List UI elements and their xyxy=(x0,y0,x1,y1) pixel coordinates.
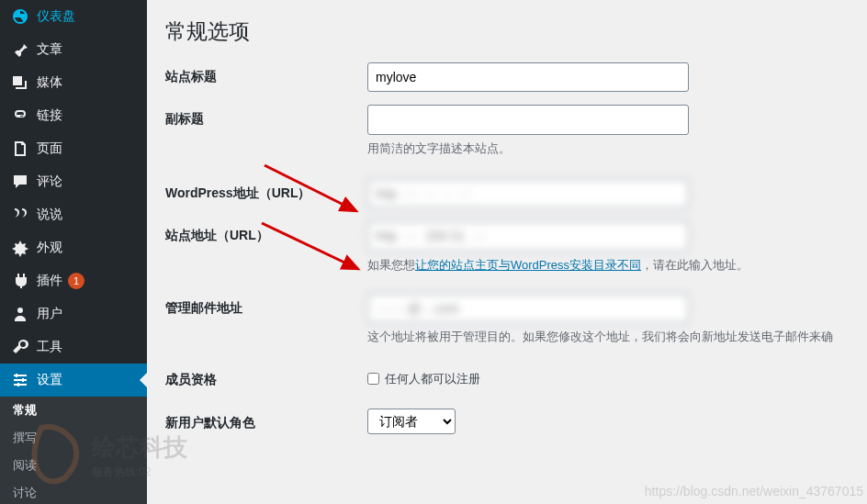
comment-icon xyxy=(11,173,29,191)
sidebar-item-pages[interactable]: 页面 xyxy=(0,132,147,165)
row-wp-url: WordPress地址（URL） xyxy=(165,179,849,208)
sidebar-item-plugins[interactable]: 插件 1 xyxy=(0,264,147,297)
label-tagline: 副标题 xyxy=(165,105,367,128)
settings-submenu: 常规 撰写 阅读 讨论 xyxy=(0,397,147,504)
sidebar-item-label: 仪表盘 xyxy=(37,8,75,25)
label-site-title: 站点标题 xyxy=(165,62,367,85)
sidebar-item-label: 评论 xyxy=(37,174,62,190)
input-admin-email[interactable] xyxy=(367,294,689,323)
label-default-role: 新用户默认角色 xyxy=(165,409,367,431)
label-wp-url: WordPress地址（URL） xyxy=(165,179,367,202)
settings-icon xyxy=(11,371,29,389)
sidebar-item-tools[interactable]: 工具 xyxy=(0,330,147,364)
submenu-reading[interactable]: 阅读 xyxy=(0,452,147,479)
select-default-role[interactable]: 订阅者 xyxy=(367,409,456,434)
sidebar-item-media[interactable]: 媒体 xyxy=(0,66,147,99)
svg-rect-5 xyxy=(16,374,17,377)
svg-point-0 xyxy=(16,79,18,82)
sidebar-item-shuoshuo[interactable]: 说说 xyxy=(0,198,147,231)
row-site-url: 站点地址（URL） 如果您想让您的站点主页与WordPress安装目录不同，请在… xyxy=(165,221,849,273)
sidebar-item-label: 页面 xyxy=(37,140,62,157)
sidebar-item-dashboard[interactable]: 仪表盘 xyxy=(0,0,147,33)
admin-sidebar: 仪表盘 文章 媒体 链接 页面 评论 说说 外观 插件 1 用户 工具 xyxy=(0,0,147,504)
sidebar-item-label: 外观 xyxy=(37,240,62,256)
sidebar-item-comments[interactable]: 评论 xyxy=(0,165,147,198)
quote-icon xyxy=(11,206,29,224)
link-site-url-help[interactable]: 让您的站点主页与WordPress安装目录不同 xyxy=(415,258,641,272)
row-default-role: 新用户默认角色 订阅者 xyxy=(165,409,849,434)
sidebar-item-users[interactable]: 用户 xyxy=(0,297,147,330)
plugin-icon xyxy=(11,272,29,290)
page-icon xyxy=(11,140,29,158)
media-icon xyxy=(11,73,29,92)
submenu-writing[interactable]: 撰写 xyxy=(0,424,147,452)
sidebar-item-settings[interactable]: 设置 xyxy=(0,364,147,397)
row-membership: 成员资格 任何人都可以注册 xyxy=(165,365,849,388)
sidebar-item-label: 用户 xyxy=(37,306,62,322)
sidebar-item-posts[interactable]: 文章 xyxy=(0,33,147,66)
submenu-discussion[interactable]: 讨论 xyxy=(0,479,147,504)
sidebar-item-label: 链接 xyxy=(37,107,62,124)
appearance-icon xyxy=(11,239,29,257)
link-icon xyxy=(11,106,29,125)
svg-point-1 xyxy=(17,308,23,313)
input-site-url[interactable] xyxy=(367,221,689,251)
sidebar-item-label: 插件 xyxy=(37,273,62,289)
dashboard-icon xyxy=(11,7,29,26)
sidebar-item-links[interactable]: 链接 xyxy=(0,99,147,132)
svg-rect-4 xyxy=(14,384,27,386)
label-site-url: 站点地址（URL） xyxy=(165,221,367,244)
checkbox-membership[interactable] xyxy=(367,373,379,385)
sidebar-item-appearance[interactable]: 外观 xyxy=(0,231,147,264)
content-area: 常规选项 站点标题 副标题 用简洁的文字描述本站点。 WordPress地址（U… xyxy=(147,0,867,504)
desc-admin-email: 这个地址将被用于管理目的。如果您修改这个地址，我们将会向新地址发送电子邮件来确 xyxy=(367,329,849,345)
desc-site-url: 如果您想让您的站点主页与WordPress安装目录不同，请在此输入地址。 xyxy=(367,257,849,274)
svg-rect-7 xyxy=(17,383,19,386)
input-wp-url[interactable] xyxy=(367,179,689,208)
input-tagline[interactable] xyxy=(367,105,689,134)
row-site-title: 站点标题 xyxy=(165,62,849,92)
page-title: 常规选项 xyxy=(165,9,849,62)
submenu-general[interactable]: 常规 xyxy=(0,397,147,424)
sidebar-item-label: 设置 xyxy=(37,372,62,388)
user-icon xyxy=(11,305,29,323)
tool-icon xyxy=(11,338,29,356)
desc-tagline: 用简洁的文字描述本站点。 xyxy=(367,140,849,157)
input-site-title[interactable] xyxy=(367,62,689,92)
plugin-update-badge: 1 xyxy=(68,273,84,289)
label-membership: 成员资格 xyxy=(165,365,367,388)
svg-rect-6 xyxy=(22,378,24,382)
sidebar-item-label: 工具 xyxy=(37,339,62,355)
svg-rect-3 xyxy=(14,379,27,381)
checkbox-label-membership: 任何人都可以注册 xyxy=(385,371,480,387)
row-tagline: 副标题 用简洁的文字描述本站点。 xyxy=(165,105,849,156)
sidebar-item-label: 媒体 xyxy=(37,74,62,91)
row-admin-email: 管理邮件地址 这个地址将被用于管理目的。如果您修改这个地址，我们将会向新地址发送… xyxy=(165,294,849,345)
sidebar-item-label: 说说 xyxy=(37,207,62,223)
sidebar-item-label: 文章 xyxy=(37,41,62,58)
label-admin-email: 管理邮件地址 xyxy=(165,294,367,317)
pin-icon xyxy=(11,40,29,59)
